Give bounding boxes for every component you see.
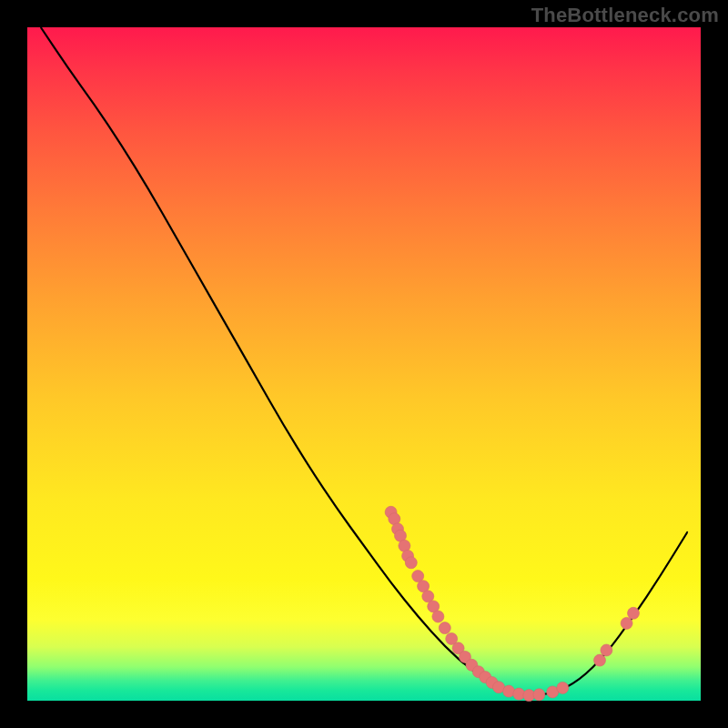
data-point: [557, 682, 569, 693]
data-point: [439, 622, 450, 634]
watermark-text: TheBottleneck.com: [531, 4, 719, 27]
data-point: [432, 611, 444, 622]
data-point: [601, 644, 612, 656]
data-point: [628, 607, 640, 619]
bottleneck-points: [385, 506, 639, 701]
chart-svg: [27, 27, 701, 701]
data-point: [594, 654, 606, 666]
data-point: [405, 557, 417, 569]
data-point: [533, 689, 545, 701]
data-point: [621, 617, 632, 629]
bottleneck-curve: [41, 27, 687, 694]
